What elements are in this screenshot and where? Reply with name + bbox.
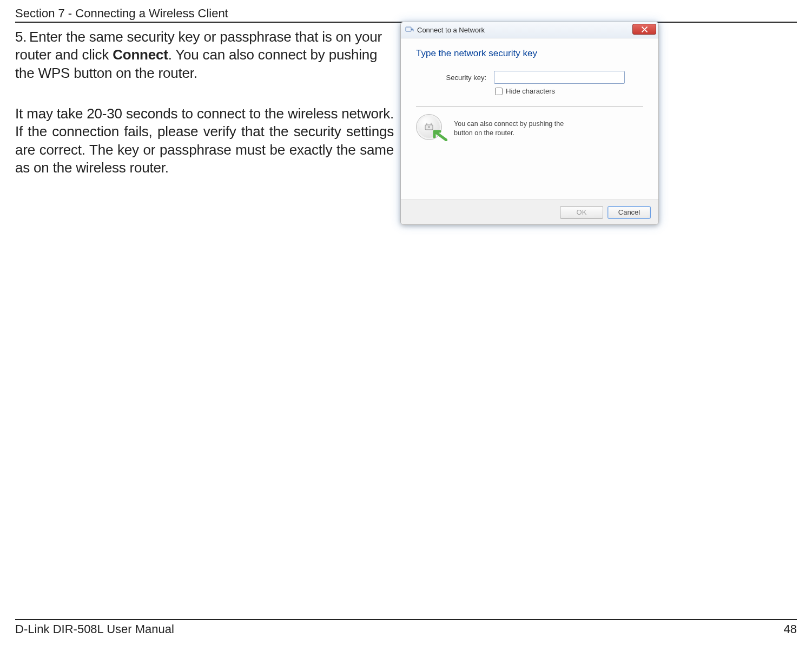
cancel-button[interactable]: Cancel — [608, 206, 651, 219]
security-key-row: Security key: — [416, 71, 643, 84]
footer-manual-title: D-Link DIR-508L User Manual — [15, 622, 174, 636]
wps-hint-text: You can also connect by pushing the butt… — [454, 119, 564, 138]
dialog-title: Connect to a Network — [417, 26, 485, 34]
dialog-heading: Type the network security key — [416, 48, 643, 59]
hint-line2: button on the router. — [454, 129, 514, 137]
hint-line1: You can also connect by pushing the — [454, 120, 564, 128]
hide-characters-row: Hide characters — [495, 87, 643, 95]
hide-characters-checkbox[interactable] — [495, 88, 503, 95]
ok-button[interactable]: OK — [560, 206, 603, 219]
wps-hint-row: You can also connect by pushing the butt… — [416, 114, 643, 143]
step5-bold: Connect — [113, 46, 168, 63]
security-key-label: Security key: — [416, 74, 486, 82]
svg-point-2 — [428, 126, 430, 128]
close-button[interactable] — [632, 24, 656, 35]
arrow-icon — [432, 129, 447, 141]
hide-characters-label: Hide characters — [506, 87, 555, 95]
step-number: 5. — [15, 28, 29, 46]
divider — [416, 106, 643, 107]
dialog-body: Type the network security key Security k… — [401, 38, 658, 143]
network-icon — [405, 26, 414, 35]
connect-network-dialog: Connect to a Network Type the network se… — [400, 22, 659, 225]
dialog-titlebar: Connect to a Network — [401, 22, 658, 38]
section-header: Section 7 - Connecting a Wireless Client — [15, 6, 228, 21]
dialog-footer: OK Cancel — [401, 200, 658, 224]
page-number: 48 — [784, 622, 797, 636]
close-icon — [642, 26, 648, 32]
svg-rect-0 — [406, 27, 411, 31]
paragraph-2: It may take 20-30 seconds to connect to … — [15, 105, 394, 177]
security-key-input[interactable] — [494, 71, 625, 84]
footer-divider — [15, 619, 797, 620]
router-hint-icon — [416, 114, 445, 143]
step-5-paragraph: 5.Enter the same security key or passphr… — [15, 28, 394, 82]
